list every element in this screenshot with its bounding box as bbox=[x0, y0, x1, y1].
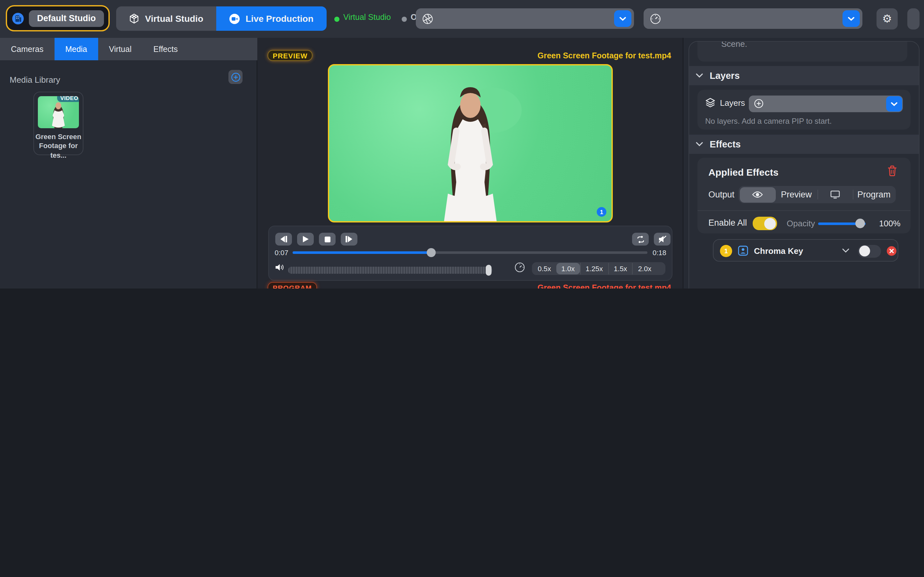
enable-all-toggle[interactable] bbox=[753, 217, 777, 230]
preview-time-current: 0:07 bbox=[275, 249, 288, 256]
program-filename: Green Screen Footage for test.mp4 bbox=[385, 284, 671, 288]
collapse-panel-button[interactable] bbox=[907, 8, 919, 29]
output-program-segment[interactable]: Program bbox=[853, 190, 895, 199]
preview-speed-control: 0.5x 1.0x 1.25x 1.5x 2.0x bbox=[532, 262, 666, 275]
media-item-card[interactable]: VIDEO Green Screen Footage for tes... bbox=[33, 92, 83, 155]
chevron-down-icon[interactable] bbox=[886, 96, 902, 111]
preview-layer-badge: 1 bbox=[597, 207, 606, 217]
media-item-name-line1: Green Screen bbox=[34, 132, 83, 141]
effect-row-chroma-key[interactable]: 1 Chroma Key bbox=[713, 239, 898, 261]
remove-effect-icon[interactable] bbox=[887, 246, 897, 256]
trash-icon[interactable] bbox=[887, 165, 897, 176]
preview-volume-slider[interactable] bbox=[288, 267, 492, 274]
plus-circle-icon bbox=[231, 72, 240, 82]
applied-effects-card: Applied Effects Output Preview Program bbox=[698, 158, 911, 234]
studio-selector[interactable]: Default Studio bbox=[6, 5, 110, 31]
chevron-down-icon bbox=[696, 73, 703, 78]
eye-icon bbox=[752, 191, 763, 198]
stop-button[interactable] bbox=[319, 233, 336, 245]
mode-tabs: Virtual Studio Live Production bbox=[116, 6, 326, 31]
effects-section-header[interactable]: Effects bbox=[689, 135, 919, 154]
applied-effects-title: Applied Effects bbox=[708, 167, 779, 177]
speed-0.5x[interactable]: 0.5x bbox=[533, 263, 556, 274]
aperture-icon bbox=[422, 13, 433, 24]
camera-circle-icon bbox=[229, 13, 240, 24]
rate-gauge-icon bbox=[515, 262, 525, 272]
output-eye-segment[interactable] bbox=[740, 187, 775, 202]
speed-1.5x[interactable]: 1.5x bbox=[608, 263, 632, 274]
output-preview-segment[interactable]: Preview bbox=[775, 190, 817, 199]
effect-enable-toggle[interactable] bbox=[858, 245, 881, 258]
opacity-slider[interactable] bbox=[818, 222, 866, 225]
mute-button[interactable] bbox=[654, 233, 670, 245]
tab-live-production-label: Live Production bbox=[246, 13, 314, 24]
cube-icon bbox=[129, 13, 139, 24]
preview-transport-card: 0:07 0:18 0.5x 1.0x 1.25x 1.5x 2.0x bbox=[268, 226, 672, 281]
effect-index-badge: 1 bbox=[720, 245, 732, 257]
virtual-studio-status: Virtual Studio bbox=[343, 13, 391, 22]
speedometer-icon bbox=[650, 13, 661, 24]
layers-stack-icon bbox=[705, 97, 716, 108]
speed-1.25x[interactable]: 1.25x bbox=[580, 263, 608, 274]
layers-label: Layers bbox=[720, 98, 745, 108]
top-bar: Default Studio Virtual Studio Live Produ… bbox=[0, 0, 924, 38]
media-library-title: Media Library bbox=[10, 75, 60, 85]
tab-live-production[interactable]: Live Production bbox=[216, 6, 326, 31]
sidebar-tab-cameras[interactable]: Cameras bbox=[0, 38, 54, 60]
media-item-name-line2: Footage for tes... bbox=[34, 141, 83, 160]
chevron-down-icon[interactable] bbox=[842, 248, 850, 253]
volume-knob[interactable] bbox=[486, 265, 491, 276]
chevron-down-icon bbox=[696, 142, 703, 147]
output-label: Output bbox=[708, 190, 734, 199]
media-thumbnail: VIDEO bbox=[38, 96, 79, 128]
layers-section-header[interactable]: Layers bbox=[689, 66, 919, 85]
sidebar-tab-media[interactable]: Media bbox=[54, 38, 98, 60]
chevron-down-icon[interactable] bbox=[843, 10, 860, 27]
effect-name: Chroma Key bbox=[754, 246, 803, 256]
effects-section-title: Effects bbox=[710, 139, 741, 149]
layers-card: Layers No layers. Add a camera PIP to st… bbox=[698, 90, 911, 129]
inspector-card: Scene. Layers Layers bbox=[688, 41, 919, 288]
sidebar-tab-effects[interactable]: Effects bbox=[142, 38, 189, 60]
sidebar-tabs: Cameras Media Virtual Effects bbox=[0, 38, 257, 60]
play-button[interactable] bbox=[297, 233, 314, 245]
add-layer-dropdown[interactable] bbox=[749, 95, 903, 112]
opacity-label: Opacity bbox=[787, 219, 815, 228]
seek-knob[interactable] bbox=[426, 248, 435, 257]
gear-icon: ⚙ bbox=[882, 13, 892, 24]
studio-name[interactable]: Default Studio bbox=[29, 10, 104, 27]
opacity-knob[interactable] bbox=[855, 219, 865, 228]
scene-card: Scene. bbox=[698, 41, 907, 61]
scene-text-fragment: Scene. bbox=[721, 41, 747, 49]
tab-virtual-studio-label: Virtual Studio bbox=[145, 13, 204, 24]
preview-time-total: 0:18 bbox=[653, 249, 666, 256]
left-sidebar: Cameras Media Virtual Effects Media Libr… bbox=[0, 38, 257, 288]
volume-icon bbox=[275, 263, 284, 271]
portrait-icon bbox=[738, 245, 748, 256]
step-back-button[interactable] bbox=[275, 233, 292, 245]
layers-empty-message: No layers. Add a camera PIP to start. bbox=[705, 117, 832, 126]
layers-section-title: Layers bbox=[710, 71, 740, 81]
output-monitor-segment[interactable] bbox=[818, 190, 853, 199]
chevron-down-icon[interactable] bbox=[614, 10, 632, 27]
step-forward-button[interactable] bbox=[341, 233, 357, 245]
sidebar-tab-virtual[interactable]: Virtual bbox=[98, 38, 142, 60]
preview-filename: Green Screen Footage for test.mp4 bbox=[385, 51, 671, 60]
tab-virtual-studio[interactable]: Virtual Studio bbox=[116, 6, 216, 31]
preview-video[interactable]: 1 bbox=[328, 64, 613, 222]
loop-button[interactable] bbox=[632, 233, 649, 245]
timer-source-dropdown[interactable] bbox=[644, 8, 863, 29]
app-window: Default Studio Virtual Studio Live Produ… bbox=[0, 0, 924, 288]
divider bbox=[698, 210, 911, 211]
right-panel: Scene. Layers Layers bbox=[683, 38, 924, 288]
speed-1.0x[interactable]: 1.0x bbox=[556, 263, 580, 274]
program-label: PROGRAM bbox=[268, 282, 317, 288]
plus-circle-icon bbox=[754, 99, 764, 108]
opacity-value: 100% bbox=[879, 219, 901, 228]
speed-2.0x[interactable]: 2.0x bbox=[632, 263, 657, 274]
settings-button[interactable]: ⚙ bbox=[877, 8, 898, 29]
virtual-studio-status-dot bbox=[334, 17, 339, 22]
preview-seek-bar[interactable] bbox=[292, 251, 648, 254]
camera-source-dropdown[interactable] bbox=[416, 8, 634, 29]
add-media-button[interactable] bbox=[228, 70, 242, 84]
